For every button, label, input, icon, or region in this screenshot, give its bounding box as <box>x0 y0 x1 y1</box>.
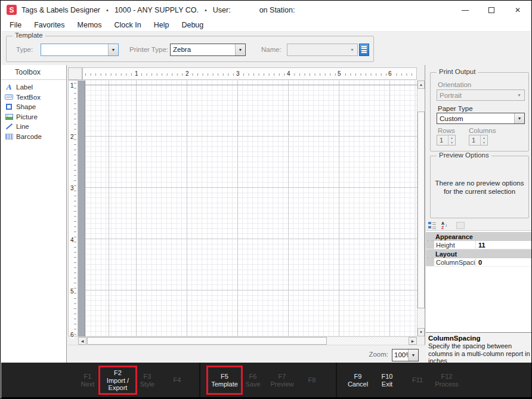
app-name: Tags & Labels Designer <box>21 6 100 14</box>
preview-options-group-label: Preview Options <box>437 151 491 159</box>
h-ruler-mark: 6 <box>387 70 393 77</box>
h-ruler-mark: 2 <box>184 70 190 77</box>
spin-down-icon[interactable]: ▼ <box>481 140 487 145</box>
tool-textbox[interactable]: 123 TextBox <box>1 92 66 103</box>
menu-bar: File Favorites Memos Clock In Help Debug <box>1 18 531 32</box>
spinner-buttons[interactable]: ▲▼ <box>448 135 455 145</box>
name-label: Name: <box>261 46 282 53</box>
window-controls: — ✕ <box>452 1 531 18</box>
template-group-label: Template <box>13 32 45 39</box>
menu-memos[interactable]: Memos <box>78 21 102 29</box>
type-combobox[interactable]: ▼ <box>41 44 119 56</box>
printer-type-combobox[interactable]: Zebra ▼ <box>170 44 246 56</box>
h-ruler-mark: 4 <box>286 70 292 77</box>
fkey-f12[interactable]: F12Process <box>429 366 465 395</box>
fkey-f8[interactable]: F8 <box>294 366 330 395</box>
menu-help[interactable]: Help <box>154 21 169 29</box>
menu-favorites[interactable]: Favorites <box>34 21 64 29</box>
name-value <box>287 44 347 55</box>
tool-label[interactable]: A Label <box>1 82 66 92</box>
function-key-bar: F1Next F2Import / Export F3Style F4 F5Te… <box>1 363 532 399</box>
v-ruler-mark: 1 <box>70 82 74 89</box>
category-layout[interactable]: Layout <box>426 249 532 258</box>
line-icon <box>5 123 13 130</box>
preview-options-message: There are no preview options for the cur… <box>431 179 528 196</box>
right-panel: Print Output Orientation Portrait ▼ Pape… <box>426 65 532 363</box>
columns-value: 1 <box>469 135 480 145</box>
window-title: Tags & Labels Designer • 1000 - ANY SUPP… <box>21 6 295 14</box>
horizontal-scrollbar[interactable]: ◀ ▶ <box>78 336 417 345</box>
fkey-f4[interactable]: F4 <box>159 366 195 395</box>
template-groupbox: Template Type: ▼ Printer Type: Zebra ▼ N… <box>6 36 374 62</box>
spinner-buttons[interactable]: ▲▼ <box>480 135 487 145</box>
property-grid-toolbar: AZ↓ <box>426 220 532 231</box>
toolbox-title: Toolbox <box>1 65 66 80</box>
chevron-down-icon[interactable]: ▼ <box>235 44 245 55</box>
property-description-text: Specify the spacing between columns in a… <box>428 342 531 365</box>
name-list-button[interactable] <box>359 44 369 56</box>
chevron-down-icon: ▼ <box>347 44 357 55</box>
preview-options-groupbox: Preview Options There are no preview opt… <box>430 156 529 218</box>
vertical-ruler: 1 2 3 4 5 6 <box>68 80 78 336</box>
category-appearance[interactable]: Appearance <box>426 232 532 241</box>
barcode-icon <box>5 133 13 140</box>
scroll-right-icon[interactable]: ▶ <box>409 337 417 345</box>
paper-type-combobox[interactable]: Custom ▼ <box>437 113 525 124</box>
menu-file[interactable]: File <box>10 21 21 29</box>
company-name: 1000 - ANY SUPPLY CO. <box>115 6 199 14</box>
chevron-down-icon[interactable]: ▼ <box>408 349 418 361</box>
columns-label: Columns <box>469 127 496 134</box>
picture-icon <box>5 113 13 120</box>
spin-up-icon[interactable]: ▲ <box>449 135 455 140</box>
row-gutter <box>426 258 434 266</box>
chevron-down-icon[interactable]: ▼ <box>108 44 118 55</box>
tool-picture[interactable]: Picture <box>1 112 66 122</box>
scroll-left-icon[interactable]: ◀ <box>78 337 86 345</box>
vertical-scroll-thumb[interactable] <box>417 112 425 308</box>
canvas-margin-strip <box>78 81 85 336</box>
categorized-view-icon[interactable] <box>428 221 437 230</box>
shape-icon <box>5 103 13 110</box>
tool-shape[interactable]: Shape <box>1 102 66 112</box>
name-combobox[interactable]: ▼ <box>287 44 358 56</box>
chevron-down-icon: ▼ <box>514 90 524 100</box>
paper-type-value: Custom <box>437 113 514 123</box>
close-button[interactable]: ✕ <box>505 1 531 18</box>
maximize-icon <box>488 7 494 13</box>
v-ruler-mark: 4 <box>70 236 74 244</box>
v-ruler-mark: 2 <box>70 133 74 141</box>
orientation-value: Portrait <box>437 90 514 100</box>
design-surface[interactable] <box>85 81 417 336</box>
scroll-down-icon[interactable]: ▼ <box>417 328 425 336</box>
row-gutter <box>426 241 434 249</box>
rows-spinner[interactable]: 1 ▲▼ <box>437 135 456 146</box>
textbox-icon: 123 <box>5 94 13 101</box>
minimize-button[interactable]: — <box>452 1 478 18</box>
v-ruler-mark: 6 <box>70 331 74 339</box>
columns-spinner[interactable]: 1 ▲▼ <box>469 135 488 146</box>
print-output-groupbox: Print Output Orientation Portrait ▼ Pape… <box>430 72 529 151</box>
spin-up-icon[interactable]: ▲ <box>481 135 487 140</box>
rows-label: Rows <box>438 127 455 134</box>
vertical-scrollbar[interactable]: ▲ ▼ <box>417 81 425 336</box>
station-label: on Station: <box>259 6 295 14</box>
property-row-height[interactable]: Height 11 <box>426 241 532 249</box>
property-grid: Appearance Height 11 Layout ColumnSpacin… <box>426 231 532 332</box>
tool-barcode[interactable]: Barcode <box>1 132 66 142</box>
zoom-combobox[interactable]: 100% ▼ <box>392 349 419 361</box>
alphabetical-sort-icon[interactable]: AZ↓ <box>440 221 449 230</box>
property-row-columnspacing[interactable]: ColumnSpacing 0 <box>426 258 532 267</box>
ruler-corner <box>68 67 82 80</box>
menu-debug[interactable]: Debug <box>181 21 203 29</box>
main-area: Toolbox A Label 123 TextBox Shape Pictur… <box>1 65 532 363</box>
scroll-up-icon[interactable]: ▲ <box>417 81 425 89</box>
spin-down-icon[interactable]: ▼ <box>449 140 455 145</box>
zoom-label: Zoom: <box>369 351 388 358</box>
horizontal-scroll-thumb[interactable] <box>87 337 327 345</box>
chevron-down-icon[interactable]: ▼ <box>514 113 524 123</box>
printer-type-value: Zebra <box>171 44 235 55</box>
tool-line[interactable]: Line <box>1 122 66 132</box>
maximize-button[interactable] <box>478 1 505 18</box>
menu-clock-in[interactable]: Clock In <box>115 21 141 29</box>
print-output-group-label: Print Output <box>437 68 478 75</box>
